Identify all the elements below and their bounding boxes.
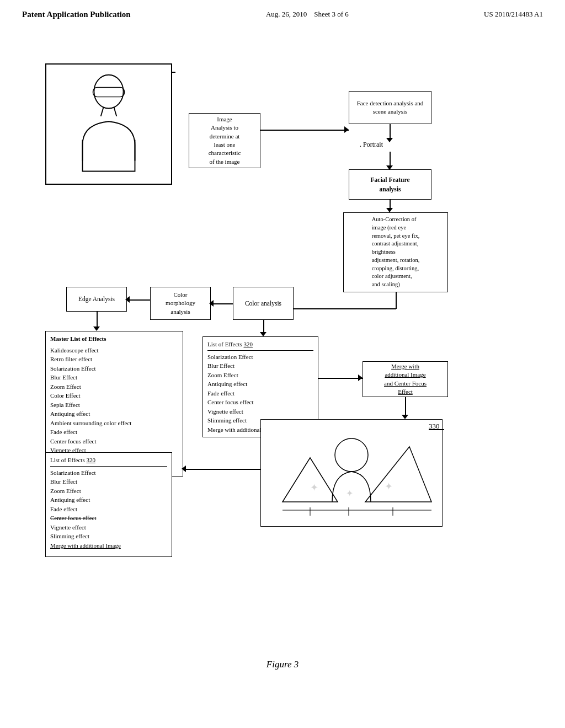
diagram-container: 300 ImageAnalysis todetermine atleast on… [18, 36, 547, 676]
svg-line-1 [101, 108, 104, 116]
image-330-box: ✦ ✦ ✦ [260, 419, 443, 527]
arrowhead-face-portrait [386, 138, 393, 142]
svg-point-8 [335, 438, 368, 472]
face-detection-box: Face detection analysis and scene analys… [349, 91, 431, 124]
facial-feature-box: Facial Featureanalysis [349, 169, 431, 200]
line-morphology-edge [129, 299, 150, 301]
list320b-vignette: Vignette effect [50, 523, 167, 532]
svg-text:✦: ✦ [385, 481, 393, 492]
master-list-fade: Fade effect [50, 427, 178, 437]
list320b-fade: Fade effect [50, 505, 167, 514]
svg-text:✦: ✦ [346, 489, 353, 498]
image-analysis-box: ImageAnalysis todetermine atleast onecha… [189, 113, 260, 168]
master-list-blur: Blur Effect [50, 373, 178, 382]
svg-point-0 [94, 75, 123, 109]
auto-correction-box: Auto-Correction ofimage (red eyeremoval,… [343, 212, 448, 292]
page-header: Patent Application Publication Aug. 26, … [0, 0, 565, 19]
portrait-label: . Portrait [360, 141, 383, 149]
publication-title: Patent Application Publication [22, 10, 131, 19]
color-analysis-box: Color analysis [233, 287, 294, 320]
color-morphology-box: Colormorphologyanalysis [150, 287, 211, 320]
line-edge-masterlist [97, 312, 98, 328]
line-analysis-face [260, 130, 349, 131]
line-merge-330 [405, 397, 406, 416]
line-autocorr-down [396, 292, 397, 309]
master-list-center: Center focus effect [50, 437, 178, 446]
edge-analysis-box: Edge Analysis [66, 287, 127, 312]
publication-date-sheet: Aug. 26, 2010 Sheet 3 of 6 [266, 10, 349, 19]
master-list-color: Color Effect [50, 391, 178, 400]
list320a-vignette: Vignette effect [207, 407, 313, 416]
arrowhead-list320a-merge [358, 374, 363, 381]
list320b-blur: Blur Effect [50, 477, 167, 486]
master-list-sepia: Sepia Effect [50, 400, 178, 410]
arrowhead-edge-masterlist [93, 326, 100, 331]
list320b-zoom: Zoom Effect [50, 486, 167, 496]
list320a-center: Center focus effect [207, 398, 313, 407]
publication-number: US 2010/214483 A1 [484, 10, 543, 19]
svg-line-2 [114, 108, 117, 116]
arrow-face-to-portrait [390, 124, 391, 140]
arrow-portrait-facial [390, 152, 391, 167]
master-list-zoom: Zoom Effect [50, 382, 178, 392]
line-330-list320b [186, 469, 260, 470]
arrowhead-facial-autocorr [386, 208, 393, 212]
master-list-solarization: Solarization Effect [50, 364, 178, 373]
line-autocorr-horizontal [282, 308, 396, 309]
master-list-antiquing: Antiquing effect [50, 409, 178, 419]
arrowhead-analysis-face [344, 126, 349, 133]
list-320b-box: List of Effects 320 Solarization Effect … [45, 452, 172, 557]
master-list-kalideoscope: Kalideoscope effect [50, 346, 178, 355]
list320b-solarization: Solarization Effect [50, 468, 167, 478]
line-color-morphology [212, 303, 233, 304]
merge-box: Merge withadditional Imageand Center Foc… [363, 361, 448, 397]
list320b-antiquing: Antiquing effect [50, 495, 167, 505]
list320b-slimming: Slimming effect [50, 532, 167, 541]
figure-caption: Figure 3 [18, 659, 547, 670]
svg-marker-6 [282, 458, 338, 502]
arrowhead-330-list320b [182, 465, 186, 472]
master-list-retro: Retro filter effect [50, 355, 178, 364]
line-list320a-merge [318, 378, 363, 379]
list320b-title: List of Effects 320 [50, 456, 167, 467]
list320b-center-strikethrough: Center focus effect [50, 513, 167, 523]
svg-text:✦: ✦ [310, 482, 318, 493]
image-330-svg: ✦ ✦ ✦ [266, 425, 437, 521]
arrowhead-color-list320a [260, 332, 266, 336]
arrowhead-merge-330 [402, 415, 408, 419]
svg-rect-3 [93, 88, 125, 97]
list320a-solarization: Solarization Effect [207, 352, 313, 362]
list320a-blur: Blur Effect [207, 361, 313, 371]
person-silhouette [76, 72, 142, 176]
list320a-zoom: Zoom Effect [207, 371, 313, 380]
list320b-merge-underline: Merge with additional Image [50, 541, 167, 550]
person-figure-box [45, 63, 172, 185]
master-list-title: Master List of Effects [50, 334, 178, 344]
list320a-fade: Fade effect [207, 389, 313, 398]
svg-marker-7 [365, 447, 431, 502]
list320a-title: List of Effects 320 [207, 340, 313, 351]
master-list-ambient: Ambient surrounding color effect [50, 419, 178, 428]
list320a-antiquing: Antiquing effect [207, 379, 313, 389]
